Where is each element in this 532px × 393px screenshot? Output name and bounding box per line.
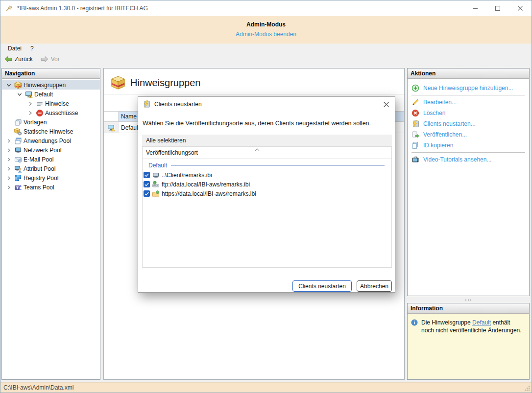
nav-item-label: Registry Pool [24, 175, 58, 182]
abbrechen-button[interactable]: Abbrechen [357, 280, 392, 292]
chevron-right-icon[interactable] [5, 174, 13, 182]
navigation-panel: Navigation Hinweisgruppen Default Hinwei… [1, 68, 100, 380]
group-rule [171, 165, 385, 166]
info-default-link[interactable]: Default [472, 319, 491, 326]
nav-item-statische-hinweise[interactable]: Statische Hinweise [2, 127, 100, 136]
restart-icon [411, 120, 419, 128]
no-entry-icon [36, 109, 44, 117]
chevron-right-icon[interactable] [26, 100, 34, 108]
action-bearbeiten[interactable]: Bearbeiten... [408, 97, 529, 108]
group-row-default: Default [143, 161, 391, 170]
restart-icon [143, 100, 150, 108]
package-icon-large [111, 75, 125, 90]
chevron-right-icon[interactable] [5, 156, 13, 163]
list-item[interactable]: https://data.local/IBI-aws/remarks.ibi [143, 189, 391, 198]
nav-item-hinweise[interactable]: Hinweise [2, 99, 100, 108]
nav-item-label: Hinweisgruppen [24, 82, 66, 89]
chevron-down-icon[interactable] [16, 91, 24, 98]
forward-label: Vor [51, 56, 60, 63]
app-icon [5, 4, 13, 12]
nav-item-default[interactable]: Default [2, 90, 100, 99]
forward-button[interactable]: Vor [37, 54, 64, 65]
info-icon [411, 319, 418, 326]
action-label: Löschen [423, 110, 445, 116]
list-item[interactable]: ftp://data.local/IBI-aws/remarks.ibi [143, 180, 391, 189]
dialog-title-bar: Clients neustarten [138, 97, 395, 112]
minimize-button[interactable] [464, 0, 486, 16]
nav-item-teams-pool[interactable]: Teams Pool [2, 183, 100, 192]
notes-icon [36, 100, 44, 108]
nav-item-vorlagen[interactable]: Vorlagen [2, 117, 100, 127]
status-path: C:\IBI-aws\Admin\Data.xml [3, 384, 73, 391]
delete-icon [411, 109, 419, 117]
chevron-right-icon[interactable] [5, 146, 13, 154]
nav-item-anwendungs-pool[interactable]: Anwendungs Pool [2, 136, 100, 145]
dialog-close-icon[interactable] [378, 98, 394, 111]
nav-item-label: Default [34, 91, 53, 98]
app-window: *IBI-aws Admin 1.30.0 - registriert für … [0, 0, 532, 393]
checkbox-checked[interactable] [144, 190, 150, 197]
title-bar: *IBI-aws Admin 1.30.0 - registriert für … [0, 0, 532, 16]
ftp-drive-icon [152, 181, 160, 188]
monitor-warning-icon [25, 91, 33, 98]
action-label: Veröffentlichen... [423, 131, 467, 138]
actions-separator [411, 152, 525, 153]
nav-item-email-pool[interactable]: E-Mail Pool [2, 155, 100, 164]
back-arrow-icon [4, 55, 12, 63]
admin-mode-exit-link[interactable]: Admin-Modus beenden [0, 31, 532, 38]
publish-icon [411, 131, 419, 139]
apps-icon [14, 137, 22, 145]
nav-item-ausschluesse[interactable]: Ausschlüsse [2, 108, 100, 117]
menu-bar: Datei ? [0, 44, 532, 53]
nav-item-hinweisgruppen[interactable]: Hinweisgruppen [2, 80, 100, 90]
nav-item-label: Statische Hinweise [24, 128, 73, 135]
chevron-right-icon[interactable] [5, 137, 13, 145]
chevron-right-icon[interactable] [26, 109, 34, 117]
actions-separator [411, 95, 525, 95]
checkbox-checked[interactable] [144, 172, 150, 178]
templates-icon [14, 118, 22, 126]
close-button[interactable] [509, 0, 532, 16]
maximize-button[interactable] [486, 0, 509, 16]
copy-icon [411, 141, 419, 149]
pencil-icon [411, 98, 419, 106]
page-title: Hinweisgruppen [130, 77, 200, 89]
back-button[interactable]: Zurück [0, 54, 37, 65]
chevron-right-icon[interactable] [5, 184, 13, 191]
menu-help[interactable]: ? [26, 44, 38, 53]
add-icon [411, 84, 419, 92]
nav-item-label: Teams Pool [24, 184, 54, 191]
nav-item-netzwerk-pool[interactable]: Netzwerk Pool [2, 145, 100, 155]
chevron-down-icon[interactable] [5, 81, 13, 89]
menu-datei[interactable]: Datei [3, 44, 26, 53]
action-add-hinweisgruppe[interactable]: Neue Hinweisgruppe hinzufügen... [408, 83, 529, 93]
action-veroeffentlichen[interactable]: Veröffentlichen... [408, 129, 529, 140]
clients-neustarten-button[interactable]: Clients neustarten [292, 280, 352, 292]
actions-panel: Aktionen Neue Hinweisgruppe hinzufügen..… [407, 68, 530, 296]
package-gear-icon [14, 128, 22, 136]
action-label: ID kopieren [423, 142, 453, 149]
icon-column-header[interactable] [104, 112, 119, 121]
panel-splitter-handle[interactable] [407, 297, 530, 302]
select-all-bar[interactable]: Alle selektieren [142, 135, 392, 146]
info-text-before: Die Hinweisgruppe [421, 319, 472, 326]
chevron-right-icon[interactable] [5, 165, 13, 173]
action-id-kopieren[interactable]: ID kopieren [408, 140, 529, 151]
chevron-spacer [5, 118, 13, 126]
resize-grip[interactable] [524, 385, 530, 391]
column-header-veroeffentlichungsort[interactable]: Veröffentlichungsort [143, 147, 391, 159]
action-clients-neustarten[interactable]: Clients neustarten... [408, 118, 529, 129]
list-item-label: ftp://data.local/IBI-aws/remarks.ibi [162, 181, 250, 188]
package-icon [14, 81, 22, 89]
checkbox-checked[interactable] [144, 181, 150, 187]
sort-ascending-icon [254, 148, 260, 152]
action-loeschen[interactable]: Löschen [408, 108, 529, 118]
email-icon [14, 156, 22, 163]
list-item[interactable]: ..\Client\remarks.ibi [143, 170, 391, 180]
nav-item-registry-pool[interactable]: Registry Pool [2, 173, 100, 183]
information-header: Information [408, 303, 529, 314]
nav-item-attribut-pool[interactable]: Attribut Pool [2, 164, 100, 173]
group-label: Default [148, 162, 167, 169]
nav-toolbar: Zurück Vor [0, 53, 532, 65]
action-video-tutorials[interactable]: Video-Tutorials ansehen... [408, 154, 529, 165]
